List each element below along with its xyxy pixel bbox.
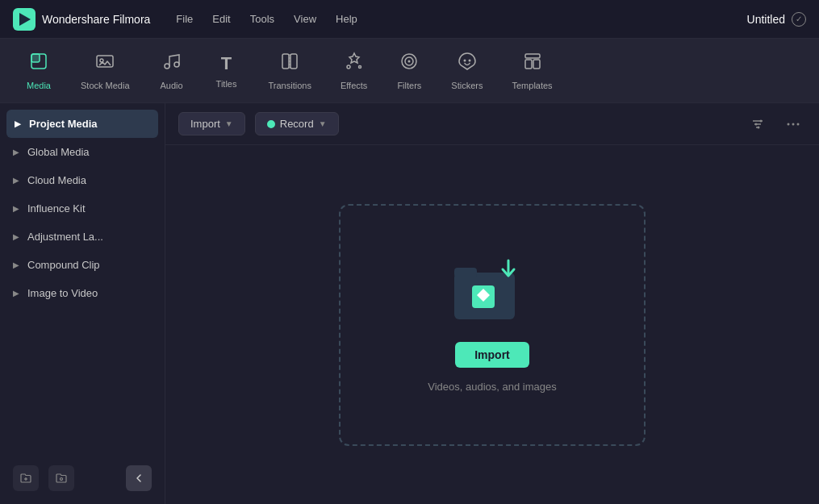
titlebar: Wondershare Filmora File Edit Tools View…	[0, 0, 819, 39]
svg-point-16	[408, 60, 411, 62]
svg-rect-35	[454, 268, 477, 277]
menu-tools[interactable]: Tools	[250, 13, 274, 25]
sidebar-item-label: Adjustment La...	[27, 231, 103, 243]
svg-point-8	[174, 62, 179, 67]
transitions-icon	[280, 52, 299, 76]
menu-view[interactable]: View	[294, 13, 316, 25]
sidebar-item-label: Cloud Media	[27, 174, 86, 186]
main-area: ▶ Project Media ▶ Global Media ▶ Cloud M…	[0, 103, 819, 504]
transitions-label: Transitions	[269, 81, 311, 90]
record-button[interactable]: Record ▼	[255, 112, 339, 135]
toolbar: Media Stock Media Audio T Titles	[0, 39, 819, 103]
stickers-label: Stickers	[451, 81, 483, 90]
dropzone-description: Videos, audios, and images	[428, 381, 556, 393]
import-button[interactable]: Import ▼	[178, 112, 245, 135]
templates-label: Templates	[512, 81, 552, 90]
menu-help[interactable]: Help	[336, 13, 357, 25]
titles-icon: T	[221, 53, 232, 74]
collapse-sidebar-button[interactable]	[126, 465, 152, 491]
sidebar: ▶ Project Media ▶ Global Media ▶ Cloud M…	[0, 103, 165, 504]
svg-rect-9	[282, 54, 289, 69]
media-label: Media	[27, 81, 51, 90]
app-name: Wondershare Filmora	[42, 13, 150, 26]
stickers-icon	[458, 52, 477, 76]
app-logo: Wondershare Filmora	[13, 8, 150, 31]
toolbar-item-transitions[interactable]: Transitions	[256, 45, 324, 97]
toolbar-item-effects[interactable]: Effects	[328, 45, 380, 97]
svg-point-17	[463, 59, 466, 61]
chevron-right-icon: ▶	[13, 176, 19, 185]
svg-point-31	[788, 123, 790, 125]
sidebar-item-global-media[interactable]: ▶ Global Media	[0, 138, 165, 166]
sidebar-bottom-actions	[0, 465, 165, 491]
toolbar-item-media[interactable]: Media	[13, 45, 65, 97]
audio-icon	[162, 52, 182, 76]
toolbar-item-audio[interactable]: Audio	[146, 45, 198, 97]
chevron-right-icon: ▶	[13, 232, 19, 241]
sidebar-item-cloud-media[interactable]: ▶ Cloud Media	[0, 166, 165, 194]
record-dot-icon	[267, 120, 275, 128]
toolbar-item-stock-media[interactable]: Stock Media	[68, 45, 143, 97]
menu-file[interactable]: File	[176, 13, 193, 25]
import-label: Import	[190, 118, 220, 130]
svg-point-30	[758, 126, 760, 128]
record-dropdown-arrow: ▼	[319, 119, 327, 128]
svg-rect-21	[533, 60, 540, 69]
svg-point-32	[792, 123, 795, 125]
import-dropzone-button[interactable]: Import	[455, 342, 529, 368]
sidebar-item-label: Compound Clip	[27, 259, 100, 271]
toolbar-item-templates[interactable]: Templates	[499, 45, 565, 97]
svg-point-28	[760, 119, 763, 122]
svg-point-18	[468, 59, 470, 61]
effects-icon	[345, 52, 364, 76]
chevron-right-icon: ▶	[13, 289, 19, 298]
chevron-right-icon: ▶	[13, 148, 19, 156]
filter-button[interactable]	[745, 111, 771, 137]
svg-rect-10	[290, 54, 297, 69]
svg-point-12	[347, 65, 350, 69]
chevron-right-icon: ▶	[13, 260, 19, 269]
project-title: Untitled	[747, 13, 785, 26]
dropzone-container: Import Videos, audios, and images	[165, 145, 819, 504]
svg-point-29	[755, 123, 758, 125]
more-options-button[interactable]	[780, 111, 806, 137]
svg-point-33	[797, 123, 800, 125]
new-smart-collection-button[interactable]	[48, 465, 74, 491]
chevron-right-icon: ▶	[13, 204, 19, 213]
content-toolbar: Import ▼ Record ▼	[165, 103, 819, 145]
filters-icon	[399, 52, 419, 76]
toolbar-item-filters[interactable]: Filters	[383, 45, 435, 97]
filters-label: Filters	[397, 81, 421, 90]
stock-media-icon	[95, 52, 115, 76]
svg-point-7	[165, 64, 169, 69]
sidebar-item-label: Project Media	[29, 118, 98, 130]
menu-edit[interactable]: Edit	[212, 13, 230, 25]
save-status-icon: ✓	[792, 12, 806, 27]
title-right: Untitled ✓	[747, 12, 806, 27]
toolbar-item-stickers[interactable]: Stickers	[438, 45, 495, 97]
effects-label: Effects	[341, 81, 367, 90]
sidebar-item-label: Image to Video	[27, 287, 98, 299]
new-folder-button[interactable]	[13, 465, 39, 491]
media-icon	[29, 52, 48, 76]
stock-media-label: Stock Media	[81, 81, 130, 90]
audio-label: Audio	[160, 81, 182, 90]
import-dropdown-arrow: ▼	[225, 119, 233, 128]
app-logo-icon	[13, 8, 36, 31]
import-folder-illustration	[448, 256, 537, 329]
sidebar-item-influence-kit[interactable]: ▶ Influence Kit	[0, 194, 165, 223]
templates-icon	[523, 52, 542, 76]
toolbar-item-titles[interactable]: T Titles	[201, 47, 253, 95]
sidebar-item-project-media[interactable]: ▶ Project Media	[6, 110, 158, 138]
svg-rect-3	[31, 54, 40, 62]
sidebar-item-compound-clip[interactable]: ▶ Compound Clip	[0, 251, 165, 279]
sidebar-item-adjustment-layer[interactable]: ▶ Adjustment La...	[0, 223, 165, 251]
sidebar-item-label: Influence Kit	[27, 202, 86, 215]
import-dropzone[interactable]: Import Videos, audios, and images	[339, 204, 646, 446]
svg-rect-19	[525, 54, 540, 58]
svg-point-24	[61, 478, 63, 481]
menu-bar: File Edit Tools View Help	[176, 13, 746, 25]
sidebar-item-image-to-video[interactable]: ▶ Image to Video	[0, 279, 165, 307]
svg-rect-20	[525, 60, 532, 69]
titles-label: Titles	[216, 79, 237, 89]
